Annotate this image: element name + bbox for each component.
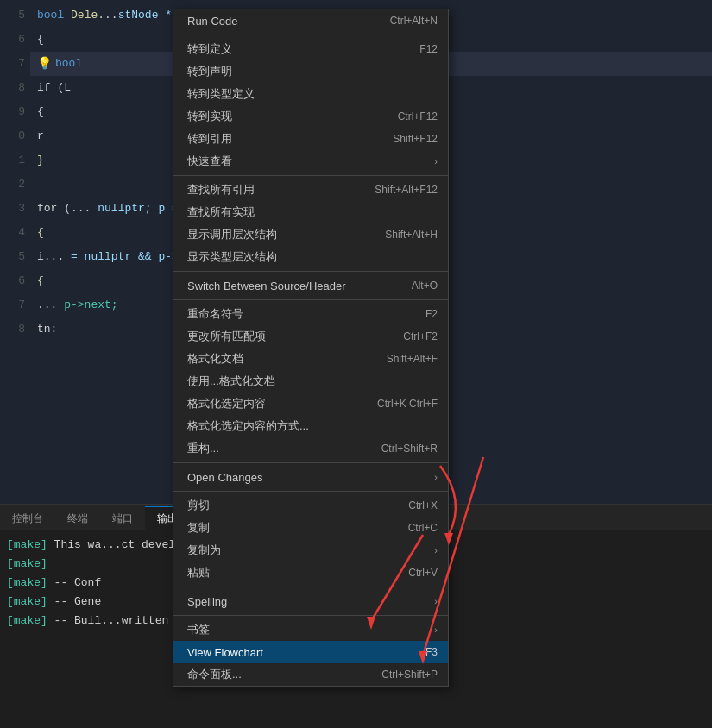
menu-item-label: Run Code (187, 15, 373, 28)
menu-item-format-doc-with[interactable]: 使用...格式化文档 (173, 370, 448, 392)
menu-item-run-code[interactable]: Run Code Ctrl+Alt+N (173, 9, 448, 32)
menu-shortcut: Ctrl+Alt+N (390, 15, 438, 27)
menu-item-label: 格式化文档 (187, 351, 369, 367)
menu-shortcut: F3 (425, 646, 438, 658)
menu-item-show-type-hier[interactable]: 显示类型层次结构 (173, 246, 448, 268)
menu-item-goto-impl[interactable]: 转到实现 Ctrl+F12 (173, 105, 448, 128)
menu-shortcut: Shift+Alt+H (385, 229, 438, 241)
menu-item-label: 查找所有实现 (187, 204, 438, 220)
menu-separator (173, 35, 448, 35)
menu-item-goto-def[interactable]: 转到定义 F12 (173, 38, 448, 60)
menu-separator (173, 175, 448, 176)
menu-shortcut: Ctrl+F2 (403, 330, 438, 342)
menu-item-label: 剪切 (187, 498, 391, 513)
menu-item-label: 粘贴 (187, 565, 391, 581)
menu-shortcut: Ctrl+Shift+P (381, 668, 438, 681)
menu-item-label: 命令面板... (187, 667, 364, 682)
menu-item-label: 复制为 (187, 543, 427, 558)
menu-item-command-palette[interactable]: 命令面板... Ctrl+Shift+P (173, 663, 448, 686)
menu-item-copy[interactable]: 复制 Ctrl+C (173, 517, 448, 539)
menu-item-paste[interactable]: 粘贴 Ctrl+V (173, 562, 448, 584)
menu-item-view-flowchart[interactable]: View Flowchart F3 (173, 641, 448, 663)
menu-shortcut: Ctrl+F12 (398, 110, 438, 122)
menu-item-label: 查找所有引用 (187, 182, 357, 198)
line-numbers: 5 6 7 8 9 0 1 2 3 4 5 6 7 8 (0, 0, 30, 500)
context-menu: Run Code Ctrl+Alt+N 转到定义 F12 转到声明 转到类型定义… (173, 9, 449, 687)
menu-item-label: Open Changes (187, 471, 427, 484)
menu-item-label: 转到类型定义 (187, 86, 438, 102)
menu-item-format-sel[interactable]: 格式化选定内容 Ctrl+K Ctrl+F (173, 392, 448, 415)
menu-item-cut[interactable]: 剪切 Ctrl+X (173, 494, 448, 517)
menu-shortcut: F2 (425, 308, 438, 320)
menu-separator (173, 491, 448, 492)
menu-item-format-sel-with[interactable]: 格式化选定内容的方式... (173, 415, 448, 437)
bulb-icon: 💡 (37, 52, 52, 76)
menu-shortcut: Ctrl+Shift+R (381, 442, 438, 455)
menu-shortcut: Ctrl+X (408, 499, 438, 511)
submenu-arrow-icon: › (434, 624, 438, 635)
menu-item-copy-as[interactable]: 复制为 › (173, 539, 448, 562)
menu-item-label: 格式化选定内容 (187, 396, 360, 411)
submenu-arrow-icon: › (434, 156, 438, 166)
menu-shortcut: Alt+O (412, 279, 438, 292)
menu-item-bookmarks[interactable]: 书签 › (173, 618, 448, 641)
menu-shortcut: Shift+Alt+F (387, 353, 438, 365)
menu-item-label: 转到引用 (187, 131, 375, 147)
menu-item-label: 使用...格式化文档 (187, 373, 438, 389)
menu-item-label: Switch Between Source/Header (187, 279, 394, 292)
menu-separator (173, 462, 448, 463)
menu-item-label: 更改所有匹配项 (187, 329, 386, 344)
menu-item-refactor[interactable]: 重构... Ctrl+Shift+R (173, 437, 448, 460)
menu-item-label: 转到定义 (187, 41, 402, 57)
menu-item-show-call-hier[interactable]: 显示调用层次结构 Shift+Alt+H (173, 223, 448, 246)
submenu-arrow-icon: › (434, 472, 438, 482)
menu-item-switch-src-hdr[interactable]: Switch Between Source/Header Alt+O (173, 274, 448, 297)
menu-item-format-doc[interactable]: 格式化文档 Shift+Alt+F (173, 348, 448, 370)
menu-item-goto-ref[interactable]: 转到引用 Shift+F12 (173, 128, 448, 150)
menu-separator (173, 271, 448, 272)
menu-separator (173, 615, 448, 616)
menu-item-quicklook[interactable]: 快速查看 › (173, 150, 448, 173)
menu-item-goto-type[interactable]: 转到类型定义 (173, 83, 448, 105)
menu-item-spelling[interactable]: Spelling › (173, 590, 448, 612)
menu-item-label: Spelling (187, 595, 427, 608)
menu-item-label: 复制 (187, 520, 391, 536)
menu-shortcut: Shift+F12 (393, 133, 438, 145)
menu-item-label: 显示调用层次结构 (187, 227, 368, 242)
menu-item-label: 显示类型层次结构 (187, 249, 438, 265)
menu-shortcut: Ctrl+C (408, 522, 438, 534)
menu-item-change-all[interactable]: 更改所有匹配项 Ctrl+F2 (173, 325, 448, 348)
menu-item-label: 转到声明 (187, 64, 438, 79)
menu-shortcut: Ctrl+K Ctrl+F (377, 398, 438, 410)
menu-item-find-all-impl[interactable]: 查找所有实现 (173, 201, 448, 223)
submenu-arrow-icon: › (434, 596, 438, 606)
menu-item-label: 快速查看 (187, 154, 427, 169)
menu-item-find-all-refs[interactable]: 查找所有引用 Shift+Alt+F12 (173, 179, 448, 201)
menu-shortcut: Shift+Alt+F12 (375, 184, 438, 196)
menu-separator (173, 299, 448, 300)
menu-item-goto-decl[interactable]: 转到声明 (173, 60, 448, 83)
tab-console[interactable]: 控制台 (0, 506, 55, 530)
menu-item-label: 重构... (187, 441, 364, 456)
menu-item-label: 书签 (187, 622, 427, 637)
tab-terminal[interactable]: 终端 (55, 506, 100, 530)
menu-item-label: 转到实现 (187, 109, 381, 124)
tab-ports[interactable]: 端口 (100, 506, 145, 530)
menu-item-label: View Flowchart (187, 646, 408, 659)
menu-item-open-changes[interactable]: Open Changes › (173, 466, 448, 488)
menu-item-label: 重命名符号 (187, 306, 408, 322)
menu-shortcut: Ctrl+V (408, 567, 438, 579)
menu-separator (173, 587, 448, 587)
menu-shortcut: F12 (419, 43, 438, 55)
menu-item-label: 格式化选定内容的方式... (187, 418, 438, 434)
menu-item-rename[interactable]: 重命名符号 F2 (173, 303, 448, 325)
submenu-arrow-icon: › (434, 545, 438, 555)
